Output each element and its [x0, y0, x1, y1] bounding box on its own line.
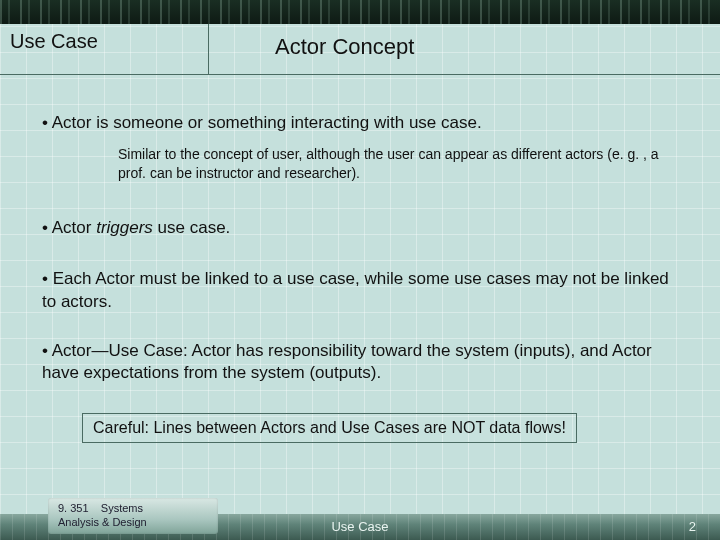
footer-center-text: Use Case	[331, 519, 388, 534]
bullet-2-prefix: Actor	[52, 218, 96, 237]
bullet-4: Actor—Use Case: Actor has responsibility…	[42, 340, 678, 386]
footer-page-number: 2	[689, 519, 696, 534]
footer-course-box: 9. 351 Systems Analysis & Design	[48, 498, 218, 534]
footer-course-name: Systems	[101, 502, 143, 514]
slide-footer: 9. 351 Systems Analysis & Design Use Cas…	[0, 490, 720, 540]
footer-course-code: 9. 351	[58, 502, 89, 514]
bullet-2-suffix: use case.	[153, 218, 231, 237]
header-vertical-divider	[208, 24, 209, 74]
slide-content: Actor is someone or something interactin…	[0, 90, 720, 490]
bullet-1: Actor is someone or something interactin…	[42, 112, 678, 135]
bullet-3: Each Actor must be linked to a use case,…	[42, 268, 678, 314]
slide-header: Use Case Actor Concept	[0, 24, 720, 80]
header-left-title: Use Case	[10, 30, 98, 53]
careful-note-box: Careful: Lines between Actors and Use Ca…	[82, 413, 577, 443]
footer-course-line2: Analysis & Design	[58, 516, 147, 528]
bullet-1-subtext: Similar to the concept of user, although…	[118, 145, 678, 183]
bullet-2-emphasis: triggers	[96, 218, 153, 237]
header-center-title: Actor Concept	[275, 34, 414, 60]
header-horizontal-divider	[0, 74, 720, 75]
top-decoration-strip	[0, 0, 720, 24]
bullet-2: Actor triggers use case.	[42, 217, 678, 240]
